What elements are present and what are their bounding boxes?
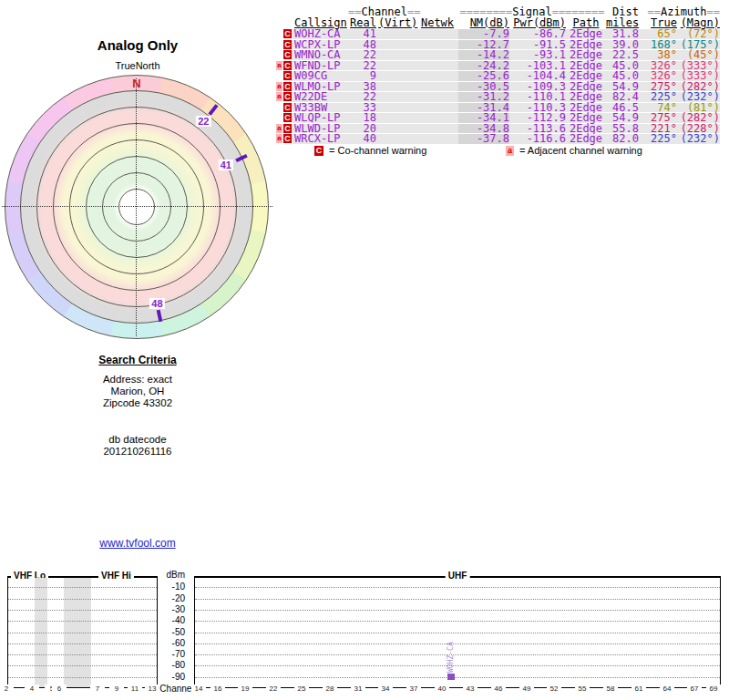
virtual-channel-cell xyxy=(376,103,416,113)
channel-tick-label: 52 xyxy=(547,685,561,693)
row-warning-flags: C xyxy=(276,113,292,123)
criteria-line: db datecode xyxy=(0,434,275,446)
channel-tick-label: 7 xyxy=(90,685,105,693)
gridline xyxy=(195,633,720,633)
radar-marker-label: 41 xyxy=(219,160,233,170)
channel-axis-label: Channel xyxy=(159,684,194,694)
azimuth-magn-cell: (282°) xyxy=(677,113,720,123)
channel-tick-label: 11 xyxy=(128,685,142,693)
distance-cell: 82.4 xyxy=(606,92,639,102)
path-cell: 2Edge xyxy=(566,71,606,81)
noise-margin-cell: -31.2 xyxy=(458,92,509,102)
channel-tick-label: 43 xyxy=(463,685,477,693)
azimuth-true-cell: 275° xyxy=(639,113,677,123)
spectrum-chart: VHF Lo VHF Hi dBm -10-20-30-40-50-60-70-… xyxy=(0,570,729,700)
network-cell xyxy=(416,29,458,39)
channel-tick-label: 67 xyxy=(687,685,702,693)
signal-table: ==Channel== ========Signal======== Dist … xyxy=(276,7,720,145)
callsign-cell: WMNO-CA xyxy=(292,50,348,60)
row-warning-flags: aC xyxy=(276,82,292,92)
table-row: CWLQP-LP18-34.1-112.92Edge54.9275°(282°) xyxy=(276,113,720,123)
co-channel-flag-icon: C xyxy=(283,113,292,122)
distance-cell: 45.0 xyxy=(606,71,639,81)
col-header-netwk: Netwk xyxy=(421,16,454,29)
network-cell xyxy=(416,124,458,134)
criteria-line: 201210261116 xyxy=(0,446,275,458)
real-channel-cell: 22 xyxy=(348,50,376,60)
noise-margin-cell: -7.9 xyxy=(458,29,509,39)
channel-tick-label: 28 xyxy=(323,685,337,693)
distance-cell: 22.5 xyxy=(606,50,639,60)
row-warning-flags: C xyxy=(276,40,292,50)
row-warning-flags: C xyxy=(276,103,292,113)
channel-tick-label: 16 xyxy=(210,685,225,693)
dbm-axis: dBm -10-20-30-40-50-60-70-80-90 xyxy=(144,576,186,688)
table-row: CW09CG9-25.6-104.42Edge45.0326°(333°) xyxy=(276,71,720,81)
gridline xyxy=(195,621,720,622)
row-warning-flags: C xyxy=(276,50,292,60)
gridline xyxy=(195,665,720,666)
dbm-tick-label: -40 xyxy=(172,615,185,626)
criteria-address: Address: exactMarion, OHZipcode 43302 xyxy=(0,374,275,409)
row-warning-flags: C xyxy=(276,29,292,39)
radar-orientation-label: TrueNorth xyxy=(0,60,275,71)
gridline xyxy=(8,610,157,611)
signal-bar-callsign-label: WOHZ-CA xyxy=(446,629,457,673)
gridline xyxy=(8,654,157,655)
radar-crosshair-horizontal xyxy=(2,206,272,207)
vhf-panel: VHF Lo VHF Hi xyxy=(7,576,158,688)
virtual-channel-cell xyxy=(376,82,416,92)
network-cell xyxy=(416,92,458,102)
legend-adjacent-channel: a = Adjacent channel warning xyxy=(506,145,642,156)
gridline xyxy=(195,677,720,678)
dbm-tick-label: -90 xyxy=(172,672,185,683)
virtual-channel-cell xyxy=(376,61,416,71)
radar-marker-label: 48 xyxy=(149,298,164,309)
channel-tick-label: 34 xyxy=(378,685,393,693)
legend-co-channel: C = Co-channel warning xyxy=(314,145,426,156)
criteria-line: Marion, OH xyxy=(0,386,275,397)
north-label: N xyxy=(5,77,269,90)
path-cell: 2Edge xyxy=(566,29,606,39)
row-warning-flags: aC xyxy=(276,134,292,144)
co-channel-flag-icon: C xyxy=(283,71,292,80)
network-cell xyxy=(416,50,458,60)
uhf-label: UHF xyxy=(446,571,470,581)
callsign-cell: W22DE xyxy=(292,92,348,102)
virtual-channel-cell xyxy=(376,50,416,60)
path-cell: 2Edge xyxy=(566,92,606,102)
col-header-virt: (Virt) xyxy=(378,16,417,29)
dbm-tick-label: -20 xyxy=(172,593,185,604)
gridline xyxy=(8,587,157,588)
real-channel-cell: 40 xyxy=(348,134,376,144)
co-channel-flag-icon: C xyxy=(283,103,292,112)
radar-title: Analog Only xyxy=(0,37,275,53)
row-warning-flags: aC xyxy=(276,124,292,134)
table-row: aCW22DE22-31.2-110.12Edge82.4225°(232°) xyxy=(276,92,720,102)
path-cell: 2Edge xyxy=(566,134,606,144)
azimuth-magn-cell: (72°) xyxy=(677,29,720,39)
distance-cell: 31.8 xyxy=(606,29,639,39)
gridline xyxy=(195,599,720,600)
table-row: aCWRCX-LP40-37.8-116.62Edge82.0225°(232°… xyxy=(276,134,720,144)
virtual-channel-cell xyxy=(376,113,416,123)
network-cell xyxy=(416,134,458,144)
co-channel-flag-icon: C xyxy=(283,61,292,70)
radar-marker-label: 22 xyxy=(196,116,210,127)
distance-cell: 82.0 xyxy=(606,134,639,144)
channel-tick-label: 14 xyxy=(191,685,206,693)
virtual-channel-cell xyxy=(376,92,416,102)
dbm-tick-label: -10 xyxy=(172,582,185,592)
co-channel-flag-icon: C xyxy=(283,124,292,133)
noise-margin-cell: -25.6 xyxy=(458,71,509,81)
azimuth-true-cell: 326° xyxy=(639,71,677,81)
row-warning-flags: C xyxy=(276,71,292,81)
channel-tick-label: 69 xyxy=(706,685,721,693)
azimuth-magn-cell: (45°) xyxy=(677,50,720,60)
adjacent-channel-flag-icon: a xyxy=(276,82,282,91)
channel-tick-label: 58 xyxy=(603,685,618,693)
dbm-tick-label: -70 xyxy=(172,649,185,660)
channel-tick-label: 37 xyxy=(406,685,421,693)
tvfool-link[interactable]: www.tvfool.com xyxy=(0,537,275,550)
azimuth-true-cell: 225° xyxy=(639,92,677,102)
